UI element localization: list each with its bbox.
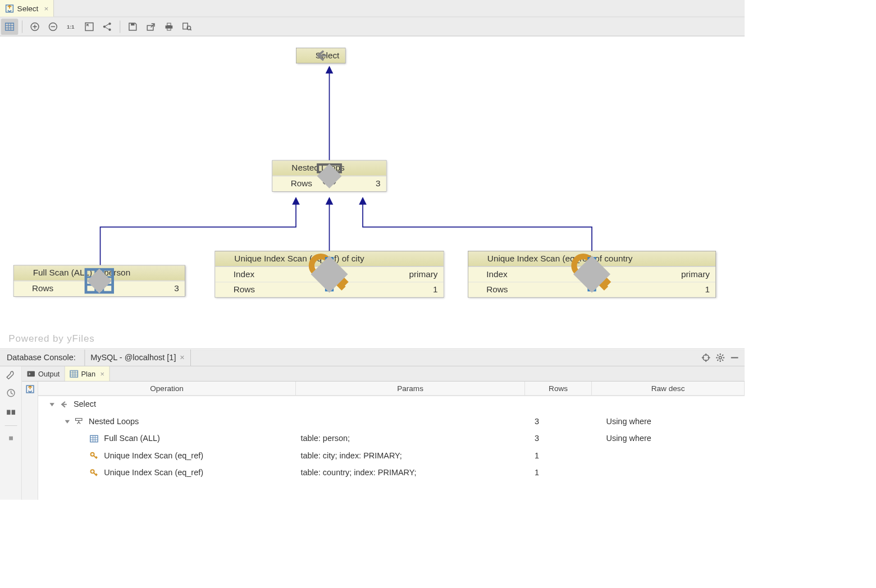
col-rows[interactable]: Rows <box>525 382 592 396</box>
close-icon[interactable]: × <box>101 370 104 378</box>
select-icon <box>5 3 15 13</box>
tab-select[interactable]: Select × <box>0 0 54 17</box>
layout-button[interactable] <box>99 19 116 35</box>
close-icon[interactable]: × <box>44 4 49 12</box>
table-row[interactable]: Nested Loops3Using where <box>38 413 745 430</box>
zoom-in-button[interactable] <box>26 19 44 35</box>
disclosure-icon[interactable] <box>65 420 70 423</box>
panes-icon[interactable] <box>5 406 16 417</box>
target-button[interactable] <box>699 351 713 365</box>
table-row[interactable]: Select <box>38 396 745 414</box>
close-icon[interactable]: × <box>180 353 184 362</box>
watermark: Powered by yFiles <box>8 333 94 344</box>
table-body: SelectNested Loops3Using whereFull Scan … <box>38 396 745 500</box>
console-subtabs: Output Plan × <box>22 366 745 382</box>
rows-cell: 3 <box>525 434 592 444</box>
arrow-left-icon <box>59 400 67 408</box>
arrow-left-icon <box>302 51 312 61</box>
table-row[interactable]: Full Scan (ALL)table: person;3Using wher… <box>38 430 745 448</box>
zoom-actual-button[interactable] <box>62 19 80 35</box>
raw-cell: Using where <box>592 434 745 444</box>
col-params[interactable]: Params <box>296 382 525 396</box>
console-icon <box>27 369 35 378</box>
key-icon <box>90 452 98 460</box>
node-nested-loops[interactable]: Nested Loops Rows 3 <box>272 160 387 192</box>
tab-label: Plan <box>81 370 96 378</box>
side-toggle[interactable] <box>22 382 38 500</box>
op-label: Full Scan (ALL) <box>104 434 160 444</box>
clock-icon[interactable] <box>5 387 16 398</box>
rows-cell: 3 <box>525 417 592 426</box>
params-cell: table: country; index: PRIMARY; <box>296 468 525 478</box>
square-icon[interactable] <box>5 433 16 444</box>
tab-label: Output <box>38 370 60 378</box>
table-row[interactable]: Unique Index Scan (eq_ref)table: country… <box>38 465 745 482</box>
export-button[interactable] <box>142 19 159 35</box>
op-label: Unique Index Scan (eq_ref) <box>104 468 203 478</box>
col-raw[interactable]: Raw desc <box>592 382 745 396</box>
tab-output[interactable]: Output <box>22 366 65 381</box>
diamond-icon <box>221 286 230 294</box>
tab-plan[interactable]: Plan × <box>65 366 110 381</box>
key-icon <box>90 469 98 477</box>
diagram-toolbar <box>0 17 745 36</box>
node-indexscan-city[interactable]: Unique Index Scan (eq_ref) of city Index… <box>215 251 444 297</box>
plan-diagram[interactable]: Select Nested Loops Rows 3 Full Scan (AL… <box>0 36 745 350</box>
editor-tabs: Select × <box>0 0 745 17</box>
console-panel: Output Plan × Operation Params Rows Raw … <box>0 366 745 500</box>
hide-button[interactable] <box>727 351 742 365</box>
diamond-icon <box>20 284 28 293</box>
tool-gutter <box>0 366 22 500</box>
tab-label: Select <box>17 4 39 12</box>
save-button[interactable] <box>124 19 142 35</box>
grid-toggle-button[interactable] <box>1 19 19 35</box>
plan-table: Operation Params Rows Raw desc SelectNes… <box>22 382 745 500</box>
preview-search-button[interactable] <box>179 19 196 35</box>
node-select[interactable]: Select <box>296 48 345 63</box>
table-header: Operation Params Rows Raw desc <box>38 382 745 396</box>
col-operation[interactable]: Operation <box>38 382 296 396</box>
params-cell: table: city; index: PRIMARY; <box>296 451 525 461</box>
diamond-icon <box>474 286 482 294</box>
fit-content-button[interactable] <box>81 19 98 35</box>
table-row[interactable]: Unique Index Scan (eq_ref)table: city; i… <box>38 447 745 465</box>
node-indexscan-country[interactable]: Unique Index Scan (eq_ref) of country In… <box>468 251 716 297</box>
op-label: Nested Loops <box>89 417 139 426</box>
diamond-icon <box>279 180 287 188</box>
console-header: Database Console: MySQL - @localhost [1]… <box>0 349 745 366</box>
print-button[interactable] <box>161 19 178 35</box>
op-label: Unique Index Scan (eq_ref) <box>104 451 203 461</box>
connection-tab[interactable]: MySQL - @localhost [1] × <box>84 350 191 366</box>
settings-button[interactable] <box>713 351 728 365</box>
grid-icon <box>90 434 98 443</box>
op-label: Select <box>74 399 96 409</box>
rows-cell: 1 <box>525 451 592 461</box>
nested-icon <box>75 417 83 426</box>
wrench-icon[interactable] <box>5 369 16 380</box>
rows-cell: 1 <box>525 468 592 478</box>
node-fullscan-person[interactable]: Full Scan (ALL) of person Rows 3 <box>13 265 185 297</box>
edges <box>0 36 745 349</box>
zoom-out-button[interactable] <box>44 19 62 35</box>
raw-cell: Using where <box>592 417 745 426</box>
connection-label: MySQL - @localhost [1] <box>90 353 176 362</box>
grid-icon <box>70 369 78 378</box>
params-cell: table: person; <box>296 434 525 444</box>
console-title: Database Console: <box>7 353 76 362</box>
disclosure-icon[interactable] <box>49 403 54 406</box>
